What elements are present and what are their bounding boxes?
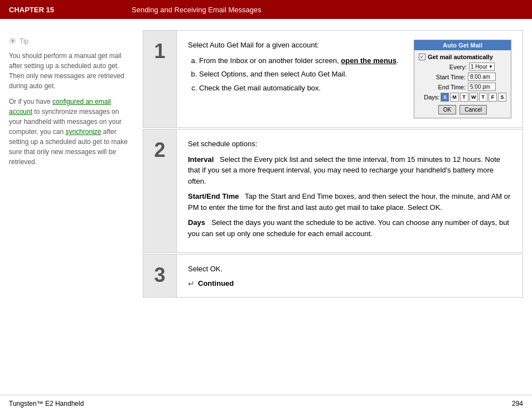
chapter-title: Sending and Receiving Email Messages [132, 6, 262, 14]
tip-icon: ✳ [9, 36, 16, 46]
day-W[interactable]: W [470, 93, 478, 102]
main-content: ✳ Tip You should perform a manual get ma… [0, 19, 532, 310]
day-T1[interactable]: T [460, 93, 468, 102]
dialog-every-row: Every: 1 Hour ▼ [419, 63, 506, 71]
tip-paragraph-1: You should perform a manual get mail aft… [9, 51, 134, 91]
dialog-checkbox-row: Get mail automatically [419, 54, 506, 60]
step-3-number: 3 [143, 255, 177, 297]
tip-header: ✳ Tip [9, 36, 134, 46]
step-2-content: Set schedule options: Interval Select th… [177, 130, 523, 252]
page-footer: Tungsten™ E2 Handheld 294 [0, 395, 532, 412]
dialog-end-row: End Time: 5:00 pm [419, 83, 506, 91]
day-M[interactable]: M [450, 93, 458, 102]
step-1-item-a: From the Inbox or on another folder scre… [199, 55, 403, 67]
steps-container: 1 Select Auto Get Mail for a given accou… [143, 30, 523, 299]
step-2-interval: Interval Select the Every pick list and … [188, 154, 511, 187]
every-label: Every: [431, 64, 467, 70]
dialog-buttons: OK Cancel [419, 105, 506, 114]
continued-label: Continued [198, 279, 234, 288]
step-3-content: Select OK. ↵ Continued [177, 255, 523, 297]
step-2-title: Set schedule options: [188, 138, 511, 150]
every-dropdown-arrow: ▼ [489, 64, 493, 69]
footer-brand: Tungsten™ E2 Handheld [9, 400, 84, 408]
start-time-input[interactable]: 8:00 am [468, 73, 496, 81]
step-2-number: 2 [143, 130, 177, 252]
chapter-label: CHAPTER 15 [9, 6, 132, 14]
brand-suffix: Handheld [54, 400, 84, 408]
continued-row: ↵ Continued [188, 279, 511, 288]
dialog-body: Get mail automatically Every: 1 Hour ▼ S… [414, 50, 511, 118]
step-1-item-b: Select Options, and then select Auto Get… [199, 69, 403, 80]
step-2-startend: Start/End Time Tap the Start and End Tim… [188, 191, 511, 213]
brand-name: Tungsten™ E2 [9, 400, 54, 408]
dialog-cancel-button[interactable]: Cancel [460, 105, 487, 114]
step-1-item-c: Check the Get mail automatically box. [199, 83, 403, 94]
step-1-number: 1 [143, 31, 177, 127]
continued-arrow-icon: ↵ [188, 279, 195, 288]
step-2-days: Days Select the days you want the schedu… [188, 217, 511, 239]
dialog-ok-button[interactable]: OK [438, 105, 456, 114]
footer-page-number: 294 [512, 400, 523, 408]
sidebar-tip: ✳ Tip You should perform a manual get ma… [9, 30, 143, 299]
step-1-text: Select Auto Get Mail for a given account… [188, 40, 403, 118]
step-3-block: 3 Select OK. ↵ Continued [143, 254, 523, 298]
days-label: Days: [419, 94, 439, 100]
day-T2[interactable]: T [479, 93, 487, 102]
step-1-content: Select Auto Get Mail for a given account… [177, 31, 523, 127]
tip-label: Tip [20, 37, 28, 45]
get-mail-checkbox[interactable] [419, 54, 425, 60]
dialog-titlebar: Auto Get Mail [414, 40, 511, 50]
page-header: CHAPTER 15 Sending and Receiving Email M… [0, 0, 532, 19]
configured-link[interactable]: configured an email account [9, 98, 111, 116]
step-1-list: From the Inbox or on another folder scre… [199, 55, 403, 94]
step-1-block: 1 Select Auto Get Mail for a given accou… [143, 30, 523, 128]
day-F[interactable]: F [489, 93, 497, 102]
dialog-start-row: Start Time: 8:00 am [419, 73, 506, 81]
day-S2[interactable]: S [498, 93, 506, 102]
step-3-instruction: Select OK. [188, 264, 511, 275]
step-2-text: Set schedule options: Interval Select th… [188, 138, 511, 243]
step-2-block: 2 Set schedule options: Interval Select … [143, 129, 523, 253]
end-label: End Time: [429, 84, 466, 90]
auto-get-mail-dialog: Auto Get Mail Get mail automatically Eve… [414, 40, 511, 118]
end-time-input[interactable]: 5:00 pm [468, 83, 496, 91]
dialog-days-row: Days: S M T W T F S [419, 93, 506, 102]
day-S1[interactable]: S [441, 93, 449, 102]
synchronize-link[interactable]: synchronize [65, 128, 101, 136]
dialog-checkbox-label: Get mail automatically [428, 54, 493, 60]
tip-paragraph-2: Or if you have configured an email accou… [9, 97, 134, 167]
every-select[interactable]: 1 Hour ▼ [469, 63, 495, 71]
start-label: Start Time: [429, 74, 466, 80]
step-3-text: Select OK. ↵ Continued [188, 264, 511, 288]
step-1-intro: Select Auto Get Mail for a given account… [188, 40, 403, 51]
